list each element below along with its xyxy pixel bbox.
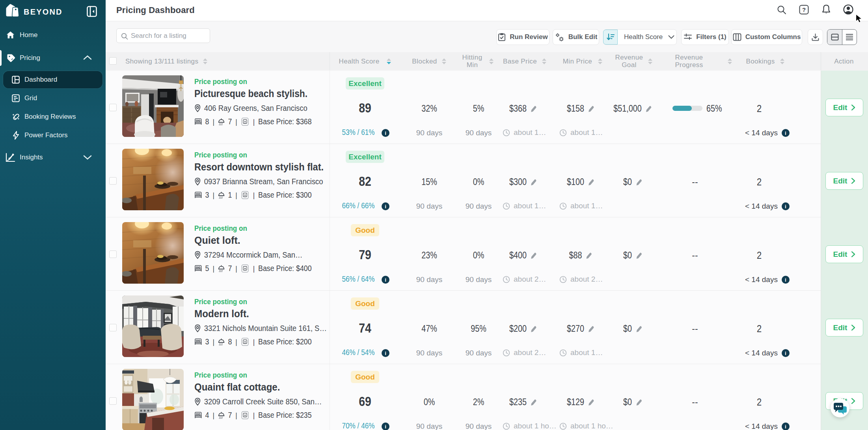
svg-text:?: ? — [802, 6, 806, 13]
